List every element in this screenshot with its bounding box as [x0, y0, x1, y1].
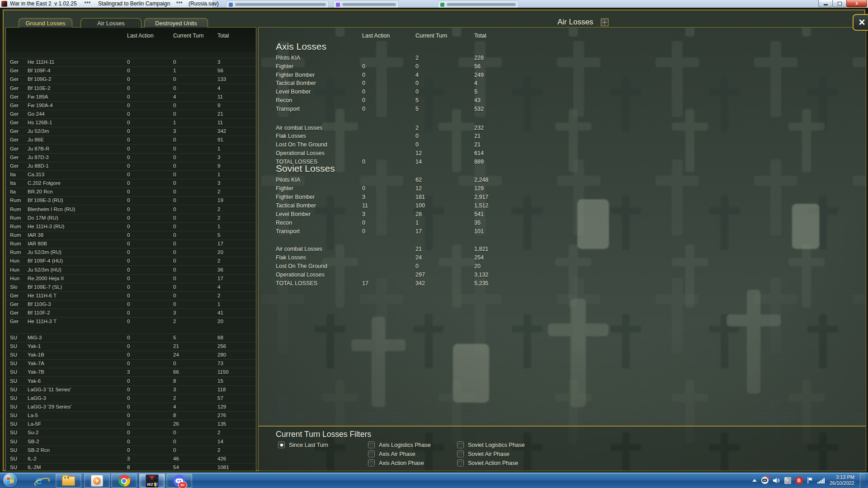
aircraft-loss-row[interactable]: GerJu 87D-3003: [6, 153, 256, 162]
filter-option-soviet-logistics-phase[interactable]: Soviet Logistics Phase: [457, 441, 525, 448]
radio-soviet-logistics-phase[interactable]: [457, 441, 464, 448]
aircraft-loss-row[interactable]: GerBf 110F-20341: [6, 309, 256, 317]
radio-since-last-turn-selected[interactable]: [278, 441, 285, 448]
last-action: 0: [127, 439, 130, 444]
aircraft-loss-row[interactable]: RumDo 17M (RU)002: [6, 214, 256, 222]
aircraft-loss-row[interactable]: HunBf 109F-4 (HU)002: [6, 257, 256, 265]
aircraft-loss-row[interactable]: RumIAR 80B0017: [6, 239, 256, 248]
tab-air-losses[interactable]: Air Losses: [80, 18, 142, 28]
aircraft-loss-row[interactable]: GerHe 111H-11003: [6, 58, 256, 66]
taskbar-wite2-game[interactable]: W2: [139, 474, 165, 488]
aircraft-loss-row[interactable]: SUSB-20014: [6, 437, 256, 446]
total: 19: [217, 197, 223, 203]
air-losses-chart-icon[interactable]: [601, 19, 609, 26]
aircraft-loss-row[interactable]: SULaGG-3 '11 Series'03118: [6, 385, 256, 394]
aircraft-loss-row[interactable]: SloBf 109E-7 (SL)004: [6, 283, 256, 291]
network-signal-icon[interactable]: [817, 478, 825, 483]
background-browser-tab[interactable]: [438, 0, 519, 8]
hidden-icons-chevron-icon[interactable]: [752, 479, 757, 482]
aircraft-loss-row[interactable]: GerJu 52/3m03342: [6, 127, 256, 136]
aircraft-loss-row[interactable]: SUIL-2346426: [6, 455, 256, 463]
aircraft-loss-row[interactable]: ItaCa.313001: [6, 170, 256, 179]
aircraft-loss-row[interactable]: HunJu 52/3m (HU)0036: [6, 265, 256, 274]
aircraft-loss-row[interactable]: GerHe 111H-3 T0220: [6, 317, 256, 326]
bitdefender-icon[interactable]: B: [796, 477, 802, 484]
background-browser-tab[interactable]: [333, 0, 399, 8]
restore-button[interactable]: [832, 0, 847, 7]
aircraft-loss-row[interactable]: GerJu 88D-1009: [6, 162, 256, 170]
total: 56: [217, 68, 223, 73]
last-action: 0: [362, 228, 365, 235]
aircraft-loss-row[interactable]: SUSu-2002: [6, 428, 256, 437]
aircraft-loss-row[interactable]: RumJu 52/3m (RU)0020: [6, 248, 256, 257]
aircraft-loss-row[interactable]: SUYak-7B3661150: [6, 368, 256, 376]
filter-option-axis-logistics-phase[interactable]: Axis Logistics Phase: [368, 441, 431, 448]
close-screen-button[interactable]: ✕: [853, 14, 868, 31]
filter-option-axis-air-phase[interactable]: Axis Air Phase: [368, 450, 415, 457]
radio-soviet-air-phase[interactable]: [457, 450, 464, 457]
show-desktop-button[interactable]: [860, 473, 865, 488]
aircraft-loss-row[interactable]: GerHe 111H-6 T002: [6, 291, 256, 300]
volume-icon[interactable]: [773, 478, 780, 483]
filter-option-soviet-air-phase[interactable]: Soviet Air Phase: [457, 450, 509, 457]
aircraft-loss-row[interactable]: RumIAR 38005: [6, 231, 256, 239]
aircraft-loss-row[interactable]: GerJu 86E0091: [6, 136, 256, 144]
aircraft-loss-row[interactable]: SULa-5F026135: [6, 420, 256, 428]
filter-option-since-last-turn[interactable]: Since Last Turn: [278, 441, 328, 448]
aircraft-loss-row[interactable]: GerBf 110E-2004: [6, 84, 256, 92]
filter-option-soviet-action-phase[interactable]: Soviet Action Phase: [457, 460, 518, 466]
aircraft-loss-row[interactable]: SUSB-2 Rcn002: [6, 446, 256, 454]
ime-language-icon[interactable]: [784, 477, 791, 484]
category: Fighter: [276, 63, 293, 70]
aircraft-loss-row[interactable]: SUYak-1021256: [6, 342, 256, 351]
background-browser-tab[interactable]: [226, 0, 329, 8]
aircraft-loss-row[interactable]: SUYak-7A0073: [6, 359, 256, 368]
aircraft-loss-row[interactable]: SULa-508276: [6, 411, 256, 420]
aircraft-name: He 111H-3 (RU): [28, 224, 64, 229]
aircraft-loss-row[interactable]: SUIL-2M8541081: [6, 463, 256, 471]
aircraft-loss-row[interactable]: GerFw 190A-4009: [6, 101, 256, 110]
total: 73: [217, 361, 223, 366]
aircraft-loss-row[interactable]: ItaC.202 Folgore003: [6, 179, 256, 188]
current-turn: 0: [415, 80, 419, 86]
aircraft-loss-row[interactable]: RumBf 109E-3 (RU)0019: [6, 196, 256, 205]
aircraft-loss-row[interactable]: ItaBR.20 Rcn002: [6, 188, 256, 196]
aircraft-loss-row[interactable]: GerBf 109F-40156: [6, 66, 256, 75]
minimize-button[interactable]: [818, 0, 833, 7]
radio-axis-logistics-phase[interactable]: [368, 441, 375, 448]
aircraft-loss-row[interactable]: RumHe 111H-3 (RU)001: [6, 222, 256, 231]
taskbar-clock[interactable]: 3:13 PM 26/10/2022: [830, 474, 855, 486]
aircraft-loss-row[interactable]: SUYak-60815: [6, 376, 256, 385]
start-button[interactable]: [3, 473, 17, 487]
aircraft-loss-row[interactable]: SULaGG-3 '29 Series'04129: [6, 403, 256, 411]
aircraft-loss-row[interactable]: GerJu 87B-R001: [6, 144, 256, 153]
taskbar-windows-explorer[interactable]: [56, 474, 81, 488]
aircraft-loss-row[interactable]: SUYak-1B024280: [6, 351, 256, 359]
taskbar-internet-explorer[interactable]: e: [30, 474, 48, 487]
aircraft-loss-row[interactable]: SUMiG-30568: [6, 333, 256, 342]
tab-destroyed-units[interactable]: Destroyed Units: [144, 18, 208, 28]
action-center-flag-icon[interactable]: [807, 477, 813, 483]
aircraft-loss-row[interactable]: HunRe.2000 Heja II0017: [6, 274, 256, 283]
taskbar-chrome[interactable]: [111, 474, 137, 488]
aircraft-loss-row[interactable]: RumBlenheim I Rcn (RU)002: [6, 205, 256, 213]
country: Ger: [10, 146, 19, 151]
aircraft-loss-row[interactable]: GerFw 189A0411: [6, 93, 256, 101]
country: Ger: [10, 310, 19, 315]
radio-soviet-action-phase[interactable]: [457, 460, 464, 466]
taskbar-media-player[interactable]: [84, 474, 110, 488]
aircraft-loss-row[interactable]: SULaGG-30257: [6, 394, 256, 403]
last-action: 0: [127, 430, 130, 435]
aircraft-loss-row[interactable]: GerHs 126B-10111: [6, 118, 256, 127]
radio-axis-air-phase[interactable]: [368, 450, 375, 457]
discord-tray-icon[interactable]: [761, 477, 769, 484]
close-window-button[interactable]: x: [846, 0, 867, 7]
aircraft-loss-row[interactable]: GerBf 110G-3001: [6, 300, 256, 309]
taskbar-discord[interactable]: 9+: [166, 474, 192, 488]
aircraft-loss-row[interactable]: GerGo 2440021: [6, 110, 256, 118]
tab-ground-losses[interactable]: Ground Losses: [19, 18, 72, 28]
radio-axis-action-phase[interactable]: [368, 460, 375, 466]
filter-option-axis-action-phase[interactable]: Axis Action Phase: [368, 460, 424, 466]
aircraft-loss-row[interactable]: GerBf 109G-200133: [6, 75, 256, 84]
country: SU: [10, 404, 17, 409]
